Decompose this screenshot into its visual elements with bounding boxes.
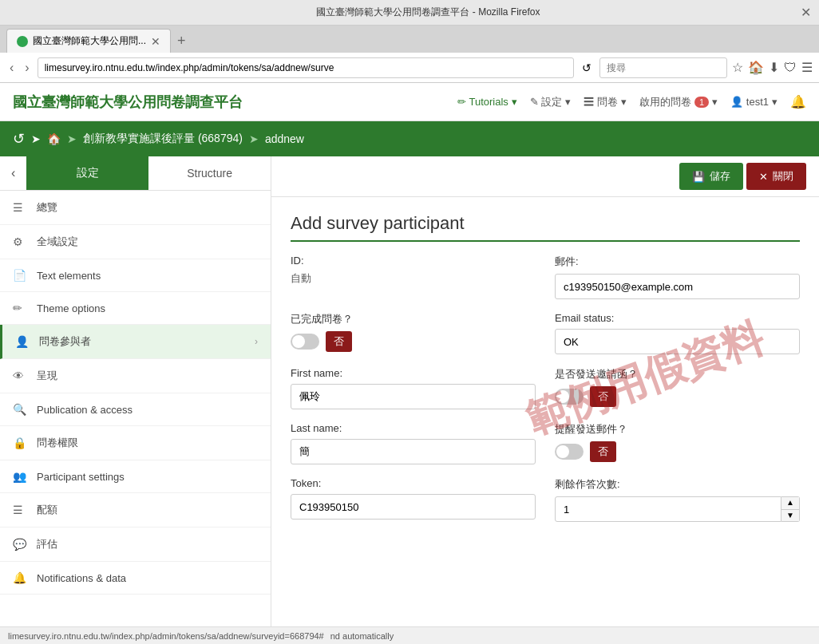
refresh-button[interactable]: ↺ bbox=[579, 58, 595, 77]
sidebar-item-permissions[interactable]: 🔒 問卷權限 bbox=[0, 426, 271, 460]
invite-toggle[interactable] bbox=[555, 389, 584, 405]
browser-title-bar: 國立臺灣師範大學公用問卷調查平台 - Mozilla Firefox ✕ bbox=[0, 0, 819, 26]
sidebar-item-notifications[interactable]: 🔔 Notifications & data bbox=[0, 562, 271, 595]
id-value: 自動 bbox=[291, 271, 536, 286]
email-input[interactable] bbox=[555, 274, 800, 299]
invite-no-button[interactable]: 否 bbox=[590, 386, 616, 407]
sidebar-tab-settings[interactable]: 設定 bbox=[26, 156, 148, 190]
sidebar-item-overview[interactable]: ☰ 總覽 bbox=[0, 191, 271, 225]
email-status-input[interactable] bbox=[555, 329, 800, 354]
sidebar-item-participants[interactable]: 👤 問卷參與者 › bbox=[0, 325, 271, 359]
sidebar-item-quota[interactable]: ☰ 配額 bbox=[0, 493, 271, 527]
email-label: 郵件: bbox=[555, 255, 800, 269]
status-auto-text: nd automatically bbox=[330, 631, 394, 641]
breadcrumb-refresh-icon[interactable]: ↺ bbox=[13, 130, 25, 148]
sidebar-item-text-elements[interactable]: 📄 Text elements bbox=[0, 259, 271, 292]
email-field-group: 郵件: bbox=[555, 255, 800, 299]
address-input[interactable] bbox=[38, 57, 574, 78]
breadcrumb-home-icon[interactable]: 🏠 bbox=[47, 132, 61, 145]
completed-toggle[interactable] bbox=[291, 334, 319, 350]
download-icon[interactable]: ⬇ bbox=[769, 60, 779, 75]
new-tab-button[interactable]: + bbox=[171, 30, 192, 53]
sidebar-item-global-settings[interactable]: ⚙ 全域設定 bbox=[0, 225, 271, 259]
sidebar-item-label-quota: 配額 bbox=[37, 503, 57, 517]
main-layout: ‹ 設定 Structure ☰ 總覽 ⚙ 全域設定 📄 Text elemen… bbox=[0, 156, 819, 626]
menu-icon[interactable]: ☰ bbox=[801, 60, 813, 75]
sidebar-item-presentation[interactable]: 👁 呈現 bbox=[0, 359, 271, 393]
completed-toggle-group: 否 bbox=[291, 331, 536, 352]
completed-no-button[interactable]: 否 bbox=[326, 331, 352, 352]
form-section: Add survey participant 範例用假資料 ID: 自動 郵件:… bbox=[271, 197, 819, 538]
remind-label: 提醒發送郵件？ bbox=[555, 422, 800, 437]
firstname-input[interactable] bbox=[291, 384, 536, 409]
notifications-icon: 🔔 bbox=[13, 571, 29, 584]
forward-button[interactable]: › bbox=[22, 57, 32, 78]
browser-address-bar: ‹ › ↺ ☆ 🏠 ⬇ 🛡 ☰ bbox=[0, 53, 819, 83]
status-url: limesurvey.iro.ntnu.edu.tw/index.php/adm… bbox=[8, 631, 324, 641]
app-nav: ✏ Tutorials ▾ ✎ 設定 ▾ ☰ 問卷 ▾ 啟用的問卷 1 ▾ 👤 … bbox=[457, 94, 806, 109]
tutorials-dropdown-icon: ▾ bbox=[512, 96, 517, 108]
nav-user[interactable]: 👤 test1 ▾ bbox=[730, 96, 777, 108]
remaining-input[interactable] bbox=[555, 496, 781, 522]
sidebar-item-publication-access[interactable]: 🔍 Publication & access bbox=[0, 393, 271, 426]
remind-no-button[interactable]: 否 bbox=[590, 441, 616, 462]
nav-active-survey[interactable]: 啟用的問卷 1 ▾ bbox=[639, 95, 718, 109]
sidebar-item-theme-options[interactable]: ✏ Theme options bbox=[0, 292, 271, 325]
invite-field-group: 是否發送邀請函？ 否 bbox=[555, 367, 800, 409]
back-button[interactable]: ‹ bbox=[6, 57, 17, 78]
sidebar-item-label-text-elements: Text elements bbox=[37, 270, 101, 282]
sidebar-item-evaluation[interactable]: 💬 評估 bbox=[0, 527, 271, 562]
presentation-icon: 👁 bbox=[13, 369, 29, 382]
status-bar: limesurvey.iro.ntnu.edu.tw/index.php/adm… bbox=[0, 626, 819, 644]
sidebar-item-label-presentation: 呈現 bbox=[37, 369, 57, 383]
settings-dropdown-icon: ▾ bbox=[565, 96, 571, 108]
breadcrumb-page: addnew bbox=[265, 132, 304, 145]
email-status-field-group: Email status: bbox=[555, 312, 800, 354]
shield-icon[interactable]: 🛡 bbox=[784, 61, 797, 75]
remind-toggle[interactable] bbox=[555, 444, 584, 460]
lastname-label: Last name: bbox=[291, 422, 536, 434]
sidebar-item-label-notifications: Notifications & data bbox=[37, 572, 126, 584]
theme-options-icon: ✏ bbox=[13, 302, 29, 314]
sidebar-collapse-button[interactable]: ‹ bbox=[0, 156, 26, 190]
nav-survey[interactable]: ☰ 問卷 ▾ bbox=[584, 95, 627, 109]
tab-close-button[interactable]: ✕ bbox=[151, 35, 160, 48]
browser-action-icons: ☆ 🏠 ⬇ 🛡 ☰ bbox=[732, 60, 813, 75]
spinner-down-button[interactable]: ▼ bbox=[781, 510, 799, 522]
notification-bell-icon[interactable]: 🔔 bbox=[790, 94, 806, 109]
nav-tutorials[interactable]: ✏ Tutorials ▾ bbox=[457, 96, 517, 108]
completed-field-group: 已完成問卷？ 否 bbox=[291, 312, 536, 354]
sidebar-item-label-publication: Publication & access bbox=[37, 404, 133, 416]
close-button[interactable]: ✕ 關閉 bbox=[746, 163, 806, 190]
nav-settings[interactable]: ✎ 設定 ▾ bbox=[530, 95, 572, 109]
star-icon[interactable]: ☆ bbox=[732, 60, 743, 75]
sidebar-tab-structure[interactable]: Structure bbox=[148, 157, 271, 189]
save-button[interactable]: 💾 儲存 bbox=[679, 163, 743, 190]
active-browser-tab[interactable]: 國立臺灣師範大學公用問... ✕ bbox=[6, 29, 171, 53]
lastname-field-group: Last name: bbox=[291, 422, 536, 464]
sidebar-item-label-global-settings: 全域設定 bbox=[37, 235, 78, 249]
remaining-field-group: 剩餘作答次數: ▲ ▼ bbox=[555, 477, 800, 522]
browser-close-button[interactable]: ✕ bbox=[801, 5, 811, 20]
breadcrumb-arrow-icon: ➤ bbox=[31, 132, 41, 145]
participants-arrow-icon: › bbox=[255, 336, 258, 347]
text-elements-icon: 📄 bbox=[13, 269, 29, 282]
app-header: 國立臺灣師範大學公用問卷調查平台 ✏ Tutorials ▾ ✎ 設定 ▾ ☰ … bbox=[0, 83, 819, 121]
global-settings-icon: ⚙ bbox=[13, 235, 29, 248]
tab-favicon bbox=[17, 36, 28, 47]
user-dropdown-icon: ▾ bbox=[772, 96, 777, 108]
sidebar-item-participant-settings[interactable]: 👥 Participant settings bbox=[0, 460, 271, 493]
save-icon: 💾 bbox=[692, 171, 705, 183]
lastname-input[interactable] bbox=[291, 439, 536, 464]
sidebar-item-label-overview: 總覽 bbox=[37, 200, 57, 215]
browser-search-input[interactable] bbox=[599, 57, 727, 78]
home-icon[interactable]: 🏠 bbox=[748, 60, 764, 75]
token-input[interactable] bbox=[291, 494, 536, 520]
app-logo: 國立臺灣師範大學公用問卷調查平台 bbox=[13, 93, 441, 112]
remaining-label: 剩餘作答次數: bbox=[555, 477, 800, 492]
breadcrumb-survey[interactable]: 創新教學實施課後評量 (668794) bbox=[83, 132, 243, 146]
completed-label: 已完成問卷？ bbox=[291, 312, 536, 326]
firstname-label: First name: bbox=[291, 367, 536, 379]
participants-icon: 👤 bbox=[15, 335, 31, 348]
spinner-up-button[interactable]: ▲ bbox=[781, 497, 799, 510]
